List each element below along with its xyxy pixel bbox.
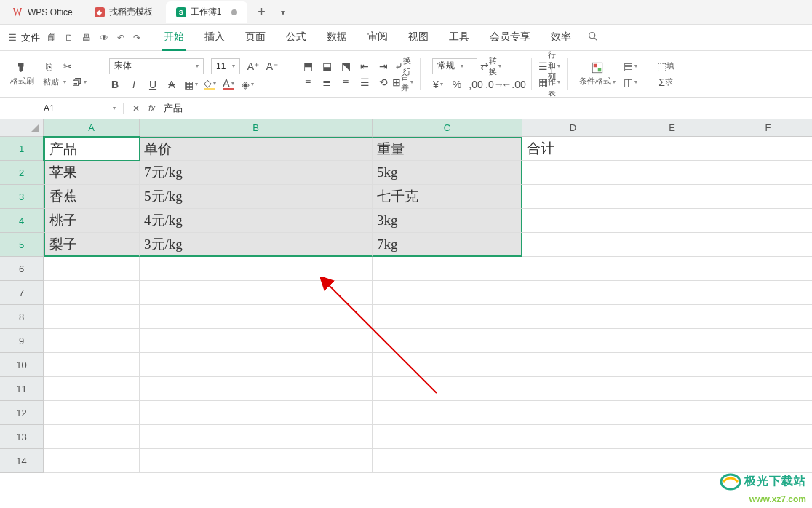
strikethrough-icon[interactable]: A xyxy=(166,79,178,90)
cell-D5[interactable] xyxy=(522,233,624,257)
cell-D4[interactable] xyxy=(522,209,624,233)
cell-B2[interactable]: 7元/kg xyxy=(140,161,373,185)
cell-E3[interactable] xyxy=(624,185,720,209)
cell[interactable] xyxy=(373,449,522,473)
paste-button[interactable]: 粘贴▾ xyxy=(43,76,66,87)
fill-button[interactable]: ⬚填 xyxy=(660,60,672,72)
cell[interactable] xyxy=(373,329,522,353)
cell-style-icon[interactable]: ◫▾ xyxy=(624,76,636,88)
col-header-D[interactable]: D xyxy=(522,119,624,137)
cell-E1[interactable] xyxy=(624,137,720,161)
tab-member[interactable]: 会员专享 xyxy=(488,25,532,51)
align-bottom-icon[interactable]: ⬔ xyxy=(340,60,351,72)
spreadsheet-grid[interactable]: A B C D E F 1 产品 单价 重量 合计 2 苹果 7元/kg 5kg… xyxy=(0,119,812,473)
cell-A5[interactable]: 梨子 xyxy=(44,233,140,257)
cell[interactable] xyxy=(522,401,624,425)
cell-C2[interactable]: 5kg xyxy=(373,161,522,185)
cell[interactable] xyxy=(624,425,720,449)
cell-B5[interactable]: 3元/kg xyxy=(140,233,373,257)
cell[interactable] xyxy=(522,353,624,377)
cell[interactable] xyxy=(522,377,624,401)
cell-A1[interactable]: 产品 xyxy=(44,137,140,161)
fill-color-icon[interactable]: ◇▾ xyxy=(204,79,215,90)
formula-value[interactable]: 产品 xyxy=(164,102,183,115)
wrap-text-button[interactable]: ⤶换行 xyxy=(397,60,408,72)
row-header-13[interactable]: 13 xyxy=(0,425,44,449)
cell[interactable] xyxy=(140,281,373,305)
tab-templates[interactable]: ◆ 找稻壳模板 xyxy=(84,1,163,23)
tab-workbook[interactable]: S 工作簿1 xyxy=(166,1,248,23)
indent-increase-icon[interactable]: ⇥ xyxy=(378,60,389,72)
cell[interactable] xyxy=(140,449,373,473)
cell-D1[interactable]: 合计 xyxy=(522,137,624,161)
clipboard-icon[interactable]: 🗊▾ xyxy=(73,76,85,88)
comma-icon[interactable]: ,00 xyxy=(470,79,482,90)
cell-E2[interactable] xyxy=(624,161,720,185)
print-icon[interactable]: 🖶 xyxy=(82,33,91,43)
align-top-icon[interactable]: ⬒ xyxy=(302,60,314,72)
save-icon[interactable]: 🗐 xyxy=(47,33,56,43)
cut-icon[interactable]: ✂ xyxy=(62,60,73,72)
cell[interactable] xyxy=(522,281,624,305)
cond-format-button[interactable]: 条件格式▾ xyxy=(579,61,616,87)
cell[interactable] xyxy=(373,401,522,425)
tab-view[interactable]: 视图 xyxy=(407,25,430,51)
indent-decrease-icon[interactable]: ⇤ xyxy=(359,60,370,72)
select-all-corner[interactable] xyxy=(0,119,44,137)
copy-icon[interactable]: ⎘ xyxy=(43,60,55,72)
undo-icon[interactable]: ↶ xyxy=(117,33,124,43)
cell[interactable] xyxy=(140,425,373,449)
percent-icon[interactable]: % xyxy=(451,79,463,90)
cell[interactable] xyxy=(720,401,812,425)
cell[interactable] xyxy=(44,425,140,449)
row-header-12[interactable]: 12 xyxy=(0,401,44,425)
hamburger-icon[interactable]: ☰ xyxy=(9,33,17,43)
decrease-font-icon[interactable]: A⁻ xyxy=(266,60,278,72)
tab-start[interactable]: 开始 xyxy=(162,25,186,51)
tab-insert[interactable]: 插入 xyxy=(203,25,226,51)
cell-D3[interactable] xyxy=(522,185,624,209)
table-style-icon[interactable]: ▤▾ xyxy=(624,60,636,72)
cell[interactable] xyxy=(624,449,720,473)
cell[interactable] xyxy=(720,425,812,449)
font-select[interactable]: 宋体▾ xyxy=(109,58,204,74)
cell[interactable] xyxy=(720,449,812,473)
sum-button[interactable]: Σ求 xyxy=(660,76,672,88)
cell[interactable] xyxy=(720,377,812,401)
cell[interactable] xyxy=(373,377,522,401)
tab-menu-button[interactable]: ▾ xyxy=(272,7,294,17)
cell-F2[interactable] xyxy=(720,161,812,185)
cell[interactable] xyxy=(522,329,624,353)
format-painter-button[interactable]: 格式刷 xyxy=(10,61,34,87)
col-header-F[interactable]: F xyxy=(720,119,812,137)
font-color-icon[interactable]: A▾ xyxy=(223,79,234,90)
tab-review[interactable]: 审阅 xyxy=(366,25,389,51)
border-icon[interactable]: ▦▾ xyxy=(185,79,196,90)
justify-icon[interactable]: ☰ xyxy=(359,76,370,88)
align-right-icon[interactable]: ≡ xyxy=(340,76,351,88)
cell-C5[interactable]: 7kg xyxy=(373,233,522,257)
cell-F4[interactable] xyxy=(720,209,812,233)
align-center-icon[interactable]: ≣ xyxy=(321,76,333,88)
row-header-8[interactable]: 8 xyxy=(0,305,44,329)
row-header-7[interactable]: 7 xyxy=(0,281,44,305)
tab-formula[interactable]: 公式 xyxy=(284,25,308,51)
row-header-3[interactable]: 3 xyxy=(0,185,44,209)
cell-C1[interactable]: 重量 xyxy=(373,137,522,161)
cell[interactable] xyxy=(44,353,140,377)
currency-icon[interactable]: ¥▾ xyxy=(432,79,444,90)
row-header-2[interactable]: 2 xyxy=(0,161,44,185)
cell-A3[interactable]: 香蕉 xyxy=(44,185,140,209)
new-tab-button[interactable]: + xyxy=(250,4,272,20)
tab-page[interactable]: 页面 xyxy=(244,25,267,51)
cell[interactable] xyxy=(44,281,140,305)
name-box[interactable]: A1 ▾ xyxy=(36,103,124,114)
cell[interactable] xyxy=(624,329,720,353)
cell[interactable] xyxy=(720,353,812,377)
cell-F3[interactable] xyxy=(720,185,812,209)
col-header-E[interactable]: E xyxy=(624,119,720,137)
cell[interactable] xyxy=(140,257,373,281)
underline-icon[interactable]: U xyxy=(147,79,159,90)
cell[interactable] xyxy=(140,353,373,377)
row-header-11[interactable]: 11 xyxy=(0,377,44,401)
